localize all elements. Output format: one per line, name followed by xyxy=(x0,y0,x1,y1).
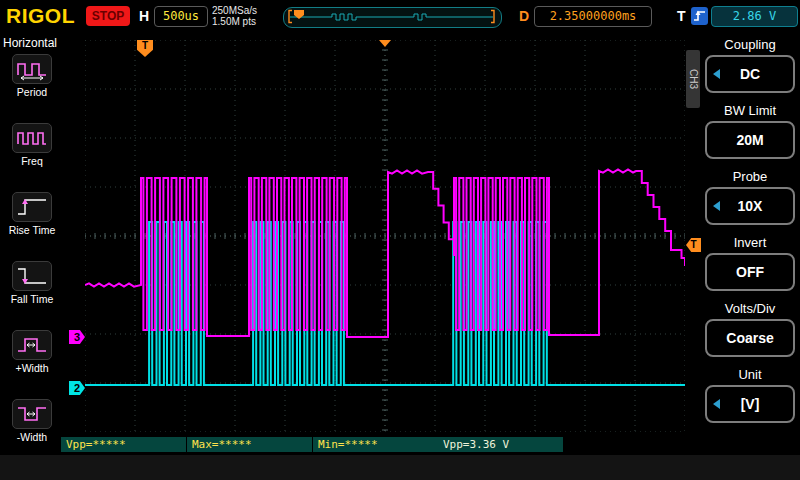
freq-icon xyxy=(12,123,52,153)
softkey-probe[interactable]: Probe 10X xyxy=(700,168,800,234)
unit-value-box[interactable]: [V] xyxy=(705,385,795,423)
invert-value-box[interactable]: OFF xyxy=(705,253,795,291)
softkey-unit[interactable]: Unit [V] xyxy=(700,366,800,432)
option-arrow-icon xyxy=(713,201,720,211)
timebase-value[interactable]: 500us xyxy=(154,6,208,27)
trigger-label: T xyxy=(677,8,686,24)
option-arrow-icon xyxy=(713,399,720,409)
rising-edge-trigger-icon[interactable] xyxy=(691,7,708,25)
softkey-invert[interactable]: Invert OFF xyxy=(700,234,800,300)
menu-item-rise-time[interactable]: Rise Time xyxy=(0,192,64,259)
preview-waveform-icon xyxy=(284,8,499,25)
menu-item-period[interactable]: Period xyxy=(0,54,64,121)
period-icon xyxy=(12,54,52,84)
menu-item-plus-width[interactable]: +Width xyxy=(0,330,64,397)
acquisition-info: 250MSa/s 1.50M pts xyxy=(212,5,257,27)
waveform-plot xyxy=(85,40,685,432)
trigger-level-tag[interactable]: T xyxy=(686,238,701,252)
rise-time-icon xyxy=(12,192,52,222)
minus-width-icon xyxy=(12,399,52,429)
softkey-coupling[interactable]: Coupling DC xyxy=(700,36,800,102)
menu-item-freq[interactable]: Freq xyxy=(0,123,64,190)
run-state-badge[interactable]: STOP xyxy=(86,6,130,26)
measurement-vpp-1[interactable]: Vpp=***** xyxy=(61,437,186,452)
memory-depth: 1.50M pts xyxy=(212,16,257,27)
top-bar: RIGOL STOP H 500us 250MSa/s 1.50M pts D … xyxy=(0,0,800,33)
horizontal-label: H xyxy=(139,8,149,24)
right-menu: Coupling DC BW Limit 20M Probe 10X Inver… xyxy=(700,36,800,432)
measurement-min[interactable]: Min=***** xyxy=(313,437,438,452)
option-arrow-icon xyxy=(713,69,720,79)
channel-status-bar: 1 1.00 V 2 1.00 V 3 1.00 V 4 1.00 V xyxy=(0,455,800,480)
trigger-level-value[interactable]: 2.86 V xyxy=(711,6,798,27)
delay-label: D xyxy=(519,8,529,24)
measurement-vpp-2[interactable]: Vpp=3.36 V xyxy=(438,437,563,452)
coupling-value-box[interactable]: DC xyxy=(705,55,795,93)
oscilloscope-screen: RIGOL STOP H 500us 250MSa/s 1.50M pts D … xyxy=(0,0,800,480)
fall-time-icon xyxy=(12,261,52,291)
channel-menu-tab: CH3 xyxy=(686,50,700,108)
sample-rate: 250MSa/s xyxy=(212,5,257,16)
left-menu-title: Horizontal xyxy=(0,33,64,52)
channel3-position-tag[interactable]: 3 xyxy=(69,330,85,344)
plus-width-icon xyxy=(12,330,52,360)
delay-value[interactable]: 2.35000000ms xyxy=(534,6,652,27)
menu-item-fall-time[interactable]: Fall Time xyxy=(0,261,64,328)
volts-div-value-box[interactable]: Coarse xyxy=(705,319,795,357)
horizontal-center-marker[interactable] xyxy=(379,40,391,47)
rigol-logo: RIGOL xyxy=(6,4,75,28)
waveform-preview[interactable] xyxy=(283,7,502,28)
bw-limit-value-box[interactable]: 20M xyxy=(705,121,795,159)
measurement-max[interactable]: Max=***** xyxy=(187,437,312,452)
probe-value-box[interactable]: 10X xyxy=(705,187,795,225)
channel2-position-tag[interactable]: 2 xyxy=(69,381,85,395)
softkey-bw-limit[interactable]: BW Limit 20M xyxy=(700,102,800,168)
scope-display[interactable] xyxy=(85,40,685,432)
softkey-volts-div[interactable]: Volts/Div Coarse xyxy=(700,300,800,366)
left-menu: Horizontal Period Freq Rise Time Fall Ti… xyxy=(0,33,64,480)
